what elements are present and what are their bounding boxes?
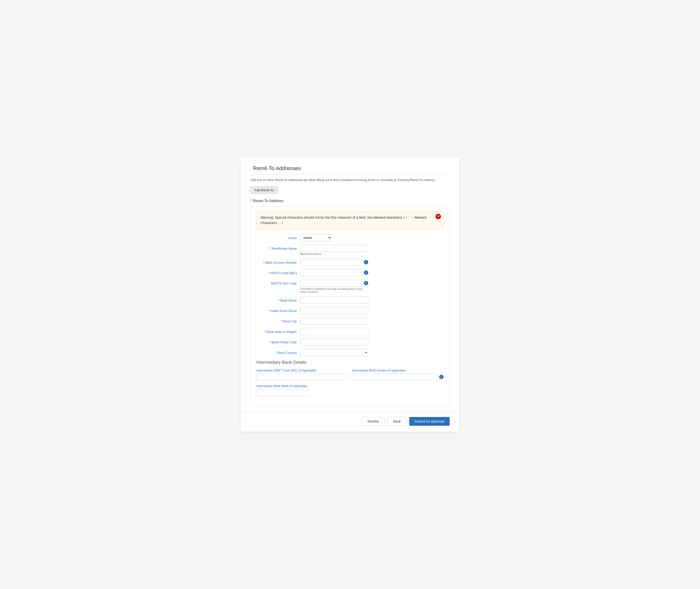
beneficiary-name-label: * Beneficiary Name xyxy=(256,245,300,251)
bank-postal-code-label: * Bank Postal Code xyxy=(256,339,300,345)
form-card: Warning: Special characters should not b… xyxy=(250,206,450,406)
decline-button[interactable]: Decline xyxy=(362,417,384,426)
bank-name-row: * Bank Name xyxy=(256,297,444,304)
required-dot: · xyxy=(250,166,251,171)
required-star: * xyxy=(250,199,252,203)
beneficiary-name-row: * Beneficiary Name Beneficiary Name xyxy=(256,245,444,255)
bank-name-required: * xyxy=(278,299,280,302)
active-label: Active xyxy=(256,234,300,240)
submit-for-approval-button[interactable]: Submit for Approval xyxy=(409,417,450,426)
bank-postal-code-row: * Bank Postal Code xyxy=(256,339,444,346)
intermediary-iban-col: Intermediary IBAN Number (If Applicable)… xyxy=(352,369,444,381)
bank-country-label: * Bank Country xyxy=(256,349,300,355)
bank-name-input[interactable] xyxy=(300,297,368,304)
beneficiary-name-hint: Beneficiary Name xyxy=(300,252,368,255)
bank-state-label: * Bank State or Region xyxy=(256,328,300,334)
add-remit-to-button[interactable]: Add Remit-To xyxy=(250,186,278,194)
intermediary-iban-info-icon[interactable]: i xyxy=(439,375,444,379)
bank-account-input-group: i xyxy=(300,259,368,266)
brstn-sort-code-label: BRSTN Sort Code xyxy=(256,280,300,286)
swift-code-row: * SWIFT Code (BIC) i xyxy=(256,269,444,276)
swift-code-input-group: i xyxy=(300,269,368,276)
section-title-text: Remit-To Addresses xyxy=(253,165,301,172)
bank-state-input[interactable] xyxy=(300,328,368,335)
bank-account-required: * xyxy=(263,261,266,264)
swift-code-input[interactable] xyxy=(300,269,362,276)
brstn-sort-code-row: BRSTN Sort Code i This field is required… xyxy=(256,280,444,293)
bank-country-required: * xyxy=(276,351,278,355)
active-select-container: Active Inactive xyxy=(300,234,368,241)
brstn-sort-code-input[interactable] xyxy=(300,280,362,287)
bank-street-name-container xyxy=(300,307,368,314)
intermediary-grid: Intermediary SWIFT Code (BIC) (If Applic… xyxy=(256,369,444,381)
swift-code-info-icon[interactable]: i xyxy=(364,270,368,275)
bank-country-container xyxy=(300,349,368,357)
bank-city-row: * Bank City xyxy=(256,318,444,325)
swift-required: * xyxy=(268,271,270,275)
bank-state-container xyxy=(300,328,368,335)
bank-city-label: * Bank City xyxy=(256,318,300,324)
active-row: Active Active Inactive xyxy=(256,234,444,241)
bank-state-row: * Bank State or Region xyxy=(256,328,444,335)
brstn-hint-text: This field is required if you plan on be… xyxy=(300,287,368,293)
bank-street-name-row: * Bank Street Name xyxy=(256,307,444,314)
bank-name-container xyxy=(300,297,368,304)
remit-address-label: * Remit-To Address xyxy=(250,199,450,203)
bank-country-row: * Bank Country xyxy=(256,349,444,357)
swift-code-label: * SWIFT Code (BIC) xyxy=(256,269,300,275)
active-select[interactable]: Active Inactive xyxy=(300,234,332,241)
warning-close-button[interactable]: ✕ xyxy=(435,214,441,219)
bank-street-name-label: * Bank Street Name xyxy=(256,307,300,313)
intermediary-bank-name-section: Intermediary Bank Name (If Applicable) xyxy=(256,384,444,396)
save-button[interactable]: Save xyxy=(387,417,406,426)
intermediary-swift-label: Intermediary SWIFT Code (BIC) (If Applic… xyxy=(256,369,348,372)
intermediary-iban-input-group: i xyxy=(352,374,444,381)
intermediary-swift-col: Intermediary SWIFT Code (BIC) (If Applic… xyxy=(256,369,348,381)
bank-postal-required: * xyxy=(269,341,272,344)
bank-account-number-container: i xyxy=(300,259,368,266)
intermediary-section-title: Intermediary Bank Details xyxy=(256,360,444,365)
bank-street-required: * xyxy=(269,309,271,313)
bank-postal-code-container xyxy=(300,339,368,346)
footer-actions: Decline Save Submit for Approval xyxy=(250,412,450,431)
warning-text: Warning: Special characters should not b… xyxy=(260,215,426,225)
bank-street-name-input[interactable] xyxy=(300,307,368,314)
section-title: · Remit-To Addresses xyxy=(250,165,450,175)
intermediary-iban-label: Intermediary IBAN Number (If Applicable) xyxy=(352,369,444,372)
intermediary-swift-input[interactable] xyxy=(256,374,348,381)
intermediary-bank-name-label: Intermediary Bank Name (If Applicable) xyxy=(256,384,444,388)
bank-account-number-label: * Bank Account Number xyxy=(256,259,300,265)
bank-city-input[interactable] xyxy=(300,318,368,325)
bank-account-info-icon[interactable]: i xyxy=(364,260,368,264)
bank-postal-code-input[interactable] xyxy=(300,339,368,346)
bank-account-number-input[interactable] xyxy=(300,259,362,266)
brstn-input-group: i xyxy=(300,280,368,287)
page-container: · Remit-To Addresses Add one or more Rem… xyxy=(240,158,460,431)
bank-name-label: * Bank Name xyxy=(256,297,300,303)
intermediary-bank-name-input[interactable] xyxy=(256,389,310,396)
swift-code-container: i xyxy=(300,269,368,276)
beneficiary-name-container: Beneficiary Name xyxy=(300,245,368,255)
intermediary-iban-input[interactable] xyxy=(352,374,438,381)
beneficiary-name-input[interactable] xyxy=(300,245,368,252)
warning-banner: Warning: Special characters should not b… xyxy=(256,211,444,229)
brstn-sort-code-container: i This field is required if you plan on … xyxy=(300,280,368,293)
bank-account-number-row: * Bank Account Number i xyxy=(256,259,444,266)
brstn-info-icon[interactable]: i xyxy=(364,281,368,285)
bank-country-select[interactable] xyxy=(300,349,368,357)
section-desc: Add one or more Remit-To Addresses by ei… xyxy=(250,178,450,183)
bank-city-container xyxy=(300,318,368,325)
